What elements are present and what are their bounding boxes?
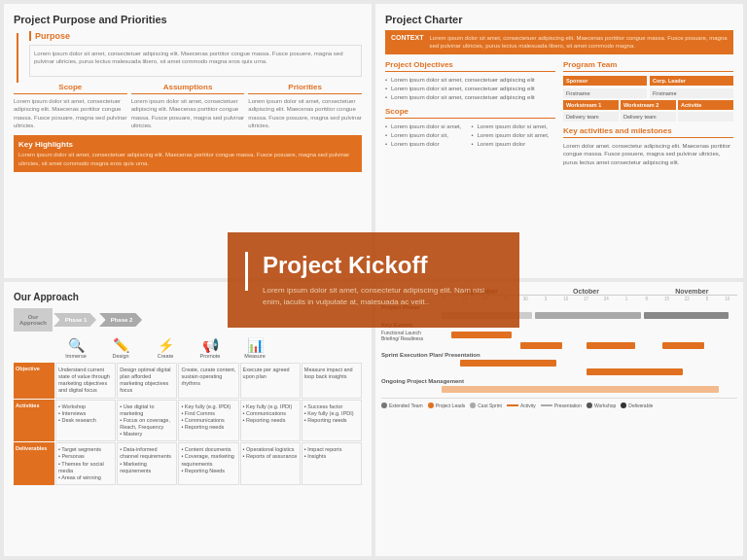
- w6: 3: [536, 297, 556, 301]
- obj-cell-5: Measure impact and loop back insights: [302, 363, 362, 399]
- ke-label-1: Functional Launch Briefing/ Readiness: [381, 330, 435, 341]
- ws-header-3: Activitie: [678, 100, 733, 110]
- sprint-bar-1: [460, 360, 556, 367]
- ongoing-section: Ongoing Project Management: [381, 378, 737, 384]
- delivery-3: [678, 112, 733, 122]
- scope-col: Scope Lorem ipsum dolor sit amet, consec…: [14, 83, 127, 130]
- scope-col2: Lorem ipsum dolor si amet, Lorem ipsum d…: [472, 122, 556, 149]
- ke-bar-2a: [520, 342, 562, 349]
- key-highlights-box: Key Highlights Lorem ipsum dolor sit ame…: [14, 135, 362, 172]
- purpose-text: Lorem ipsum dolor sit amet, consectetuer…: [34, 50, 357, 66]
- team-grid: Sponsor Corp. Leader Firstname Firstname: [563, 76, 733, 98]
- act-cell-2: • Use digital to marketing • Focus on co…: [117, 400, 177, 442]
- scope-assumptions-priorities: Scope Lorem ipsum dolor sit amet, consec…: [14, 83, 362, 130]
- ws-header-2: Workstream 2: [621, 100, 676, 110]
- scope-header: Scope: [14, 83, 127, 94]
- obj-cell-2: Design optimal digital plan afforded mar…: [117, 363, 177, 399]
- w8: 17: [576, 297, 596, 301]
- w13: 22: [677, 297, 697, 301]
- charter-main: Project Objectives Lorem ipsum dolor sit…: [385, 60, 733, 166]
- proj-leads-dot: [428, 402, 434, 408]
- w7: 10: [555, 297, 576, 301]
- team-header-1: Sponsor: [563, 76, 647, 86]
- ongoing-row: [381, 386, 737, 394]
- scope-title: Scope: [385, 107, 555, 119]
- activity-label: Activity: [520, 402, 536, 408]
- w11: 8: [636, 297, 657, 301]
- assumptions-col: Assumptions Lorem ipsum dolor sit amet, …: [131, 83, 245, 130]
- obj-1: Lorem ipsum dolor sit amet, consectetuer…: [385, 76, 555, 85]
- scope-2: Lorem ipsum dolor sit,: [385, 131, 470, 140]
- approach-label: Our Approach: [14, 308, 53, 332]
- key-highlights-text: Lorem ipsum dolor sit amet, consectetuer…: [18, 151, 357, 167]
- key-activities-title: Key activities and milestones: [563, 126, 733, 138]
- legend-deliverable: Deliverable: [621, 402, 653, 408]
- ws-header-1: Workstream 1: [563, 100, 619, 110]
- key-activities-section: Key activities and milestones Lorem dolo…: [563, 126, 733, 166]
- purpose-label: Purpose: [29, 31, 362, 41]
- sprint-bar-2: [587, 368, 683, 375]
- design-label: Design: [99, 353, 142, 359]
- ext-team-label: Extended Team: [389, 402, 423, 408]
- delivery-1: Delivery team: [563, 112, 619, 122]
- promote-icon: 📢: [189, 337, 231, 353]
- promote-label: Promote: [189, 353, 231, 359]
- team-cell-1: Firstname: [563, 88, 647, 98]
- priorities-header: Priorities: [248, 83, 362, 94]
- w15: 10: [717, 297, 737, 301]
- activity-line: [507, 404, 518, 406]
- act-cell-1: • Workshop • Interviews • Desk research: [55, 400, 116, 442]
- proj-leads-label: Project Leads: [436, 402, 466, 408]
- assumptions-header: Assumptions: [131, 83, 245, 94]
- del-cell-1: • Target segments • Personas • Themes fo…: [55, 442, 116, 485]
- act-cell-4: • Key fully (e.g. IPDI) • Communications…: [240, 400, 301, 442]
- context-label: CONTEXT: [391, 34, 423, 51]
- steps-row: 🔍 Immerse ✏️ Design ⚡ Create 📢 Promote 📊…: [54, 337, 362, 359]
- scope-section: Scope Lorem ipsum dolor si amet, Lorem i…: [385, 107, 555, 149]
- phase-bar-3: [644, 312, 729, 319]
- tl-title: Project Purpose and Priorities: [14, 14, 362, 25]
- phase2-arrow: Phase 2: [99, 313, 142, 327]
- priorities-col: Priorities Lorem ipsum dolor sit amet, c…: [248, 83, 362, 130]
- objective-header: Objective: [14, 363, 54, 399]
- team-header-2: Corp. Leader: [650, 76, 733, 86]
- workshop-dot: [587, 402, 592, 408]
- del-cell-2: • Data-informed channel requirements • M…: [117, 442, 177, 485]
- oct-header: October: [525, 288, 646, 296]
- scope-3: Lorem ipsum dolor: [385, 140, 470, 149]
- w12: 15: [657, 297, 677, 301]
- ext-team-dot: [381, 402, 387, 408]
- act-cell-3: • Key fully (e.g. IPDI) • Find Comms • C…: [178, 400, 238, 442]
- legend: Extended Team Project Leads Cast Sprint …: [381, 398, 737, 408]
- deliverables-header: Deliverables: [14, 442, 54, 485]
- assumptions-text: Lorem ipsum dolor sit amet, consectetuer…: [131, 97, 245, 130]
- presentation-label: Presentation: [554, 402, 582, 408]
- legend-activity: Activity: [507, 402, 536, 408]
- legend-presentation: Presentation: [541, 402, 582, 408]
- ongoing-bar: [442, 386, 719, 393]
- key-highlights-title: Key Highlights: [18, 140, 357, 149]
- obj-3: Lorem ipsum dolor sit amet, consectetuer…: [385, 93, 555, 102]
- key-event-row-2: [381, 342, 737, 350]
- ke-bar-2b: [587, 342, 635, 349]
- cast-sprint-dot: [470, 402, 476, 408]
- team-title: Program Team: [563, 60, 733, 72]
- tr-title: Project Charter: [385, 14, 733, 25]
- scope-6: Lorem ipsum dolor: [472, 140, 556, 149]
- scope-1: Lorem ipsum dolor si amet,: [385, 122, 470, 131]
- sprint-section: Sprint Execution Plan/ Presentation: [381, 352, 737, 358]
- objectives-section: Project Objectives Lorem ipsum dolor sit…: [385, 60, 555, 166]
- team-section: Program Team Sponsor Corp. Leader Firstn…: [563, 60, 733, 166]
- accent-bar: [245, 252, 248, 291]
- workshop-label: Workshop: [594, 402, 616, 408]
- cast-sprint-label: Cast Sprint: [478, 402, 502, 408]
- key-activities-text: Lorem dolor amet. consectetur adipiscing…: [563, 142, 733, 166]
- act-cell-5: • Success factor • Key fully (e.g. IPDI)…: [302, 400, 362, 442]
- del-cell-3: • Content documents • Coverage, marketin…: [178, 442, 238, 485]
- obj-cell-1: Understand current state of value throug…: [55, 363, 116, 399]
- team-cell-2: Firstname: [650, 88, 733, 98]
- context-bar: CONTEXT Lorem ipsum dolor sit amet, cons…: [385, 30, 733, 54]
- w9: 24: [596, 297, 617, 301]
- create-label: Create: [144, 353, 187, 359]
- delivery-2: Delivery team: [621, 112, 676, 122]
